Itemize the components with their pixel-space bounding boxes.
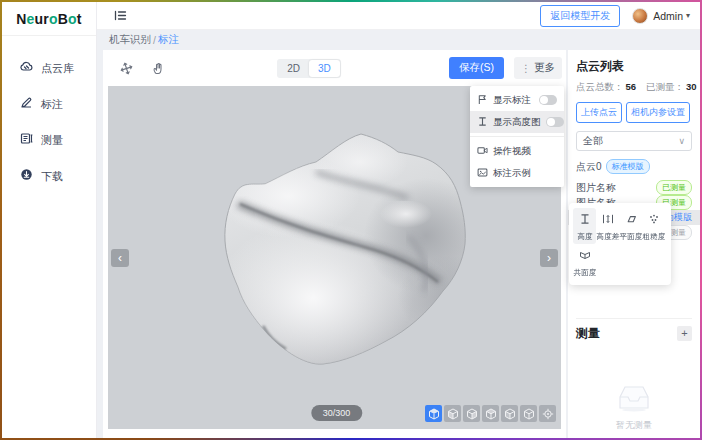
pointcloud-name: 点云0 <box>576 160 602 174</box>
logo-letter: u <box>35 11 44 27</box>
breadcrumb: 机车识别 / 标注 <box>97 30 700 50</box>
brand-logo: NeuroBot <box>2 2 96 36</box>
view-cube-front-button[interactable] <box>444 405 461 422</box>
app-frame: NeuroBot 点云库 标注 测量 下载 返回模型开发 <box>0 0 702 440</box>
tool-label: 平面度 <box>619 231 642 241</box>
pointcloud-list-panel: 点云列表 点云总数：56 已测量：30 上传点云 相机内参设置 全部 ∨ 点云0… <box>568 50 700 438</box>
tab-2d[interactable]: 2D <box>278 60 309 77</box>
breadcrumb-parent: 机车识别 <box>109 33 151 47</box>
pointcloud-stats: 点云总数：56 已测量：30 <box>576 81 692 94</box>
flatness-icon <box>625 211 637 229</box>
empty-text: 暂无测量 <box>616 419 652 432</box>
total-label: 点云总数： <box>576 81 624 92</box>
next-frame-button[interactable]: › <box>540 249 558 267</box>
tool-height-difference[interactable]: 高度差 <box>596 208 619 244</box>
tool-flatness[interactable]: 平面度 <box>619 208 642 244</box>
rotate-tool-icon[interactable] <box>115 57 137 79</box>
logo-letter: N <box>16 11 26 27</box>
menu-item-show-annotations[interactable]: 显示标注 <box>470 89 564 111</box>
logo-letter: t <box>77 11 82 27</box>
sidebar: NeuroBot 点云库 标注 测量 下载 <box>2 2 97 438</box>
chevron-down-icon: ∨ <box>678 136 685 146</box>
view-cube-default-button[interactable] <box>425 405 442 422</box>
sidebar-item-measure[interactable]: 测量 <box>2 122 96 158</box>
logo-gear-letter: o <box>68 11 77 27</box>
image-list-item[interactable]: 图片名称 已测量 <box>568 180 700 195</box>
sidebar-item-pointcloud-library[interactable]: 点云库 <box>2 50 96 86</box>
menu-item-show-heightmap[interactable]: 显示高度图 <box>470 111 564 133</box>
pen-icon <box>20 95 33 113</box>
breadcrumb-current[interactable]: 标注 <box>158 33 179 47</box>
locate-center-button[interactable] <box>539 405 556 422</box>
view-cube-back-button[interactable] <box>463 405 480 422</box>
menu-item-tutorial-video[interactable]: 操作视频 <box>470 140 564 162</box>
user-name: Admin <box>653 10 683 22</box>
menu-item-label: 显示标注 <box>493 94 534 107</box>
logo-letter: B <box>58 11 68 27</box>
pan-hand-icon[interactable] <box>147 57 169 79</box>
menu-item-label: 操作视频 <box>493 145 557 158</box>
coplanarity-icon <box>579 247 591 265</box>
view-cube-top-button[interactable] <box>520 405 537 422</box>
measured-label: 已测量： <box>646 81 684 92</box>
view-cube-toolbar <box>425 405 556 422</box>
sidebar-item-label: 测量 <box>41 133 63 148</box>
camera-intrinsics-button[interactable]: 相机内参设置 <box>626 102 690 123</box>
measured-count: 已测量：30 <box>646 81 697 94</box>
tool-label: 粗糙度 <box>642 231 665 241</box>
filter-selected-value: 全部 <box>583 134 678 148</box>
save-button[interactable]: 保存(S) <box>449 57 504 79</box>
user-avatar[interactable] <box>632 8 648 24</box>
menu-item-label: 显示高度图 <box>493 116 541 129</box>
back-to-model-dev-button[interactable]: 返回模型开发 <box>540 5 620 27</box>
cloud-icon <box>20 59 33 77</box>
tool-label: 高度 <box>577 231 592 241</box>
logo-gear-letter: o <box>49 11 58 27</box>
empty-measurements-state: 暂无测量 <box>568 384 700 432</box>
measure-title: 测量 <box>576 325 600 342</box>
more-button[interactable]: ⋮更多 <box>514 57 562 79</box>
video-icon <box>477 145 488 158</box>
top-header: 返回模型开发 Admin▾ <box>97 2 700 30</box>
panel-buttons: 上传点云 相机内参设置 <box>576 102 692 123</box>
show-annotations-toggle[interactable] <box>539 95 557 105</box>
collapse-sidebar-icon[interactable] <box>109 5 131 27</box>
download-icon <box>20 167 33 185</box>
flag-icon <box>477 94 488 107</box>
menu-item-annotation-example[interactable]: 标注示例 <box>470 162 564 184</box>
add-measurement-button[interactable]: + <box>677 326 692 341</box>
measure-tool-popup: 高度 高度差 平面度 粗糙度 <box>569 203 671 285</box>
view-cube-right-button[interactable] <box>501 405 518 422</box>
menu-divider <box>470 136 564 137</box>
tool-roughness[interactable]: 粗糙度 <box>642 208 665 244</box>
sidebar-item-annotate[interactable]: 标注 <box>2 86 96 122</box>
frame-counter-badge: 30/300 <box>311 405 363 421</box>
measured-status-badge: 已测量 <box>656 180 692 195</box>
pointcloud-item[interactable]: 点云0 标准模版 <box>576 159 692 174</box>
panel-title: 点云列表 <box>576 58 692 75</box>
view-mode-toggle: 2D 3D <box>277 59 341 78</box>
image-icon <box>477 167 488 180</box>
caret-down-icon: ▾ <box>686 11 690 20</box>
more-label: 更多 <box>534 61 555 75</box>
content-row: 2D 3D 保存(S) ⋮更多 <box>97 50 700 438</box>
upload-pointcloud-button[interactable]: 上传点云 <box>576 102 622 123</box>
show-heightmap-toggle[interactable] <box>546 117 564 127</box>
empty-inbox-icon <box>616 384 652 416</box>
more-dropdown-menu: 显示标注 显示高度图 操作视频 标注示例 <box>470 86 564 187</box>
tool-height[interactable]: 高度 <box>573 208 596 244</box>
sidebar-item-label: 标注 <box>41 97 63 112</box>
tool-coplanarity[interactable]: 共面度 <box>573 244 596 280</box>
sidebar-item-label: 下载 <box>41 169 63 184</box>
stage-card: 2D 3D 保存(S) ⋮更多 <box>103 50 566 438</box>
view-cube-left-button[interactable] <box>482 405 499 422</box>
logo-gear-letter: e <box>27 11 35 27</box>
tool-label: 高度差 <box>596 231 619 241</box>
user-menu[interactable]: Admin▾ <box>653 10 690 22</box>
filter-select[interactable]: 全部 ∨ <box>576 131 692 151</box>
template-tag: 标准模版 <box>606 159 650 174</box>
height-ibeam-icon <box>477 116 488 129</box>
previous-frame-button[interactable]: ‹ <box>111 249 129 267</box>
tab-3d[interactable]: 3D <box>309 60 340 77</box>
sidebar-item-download[interactable]: 下载 <box>2 158 96 194</box>
